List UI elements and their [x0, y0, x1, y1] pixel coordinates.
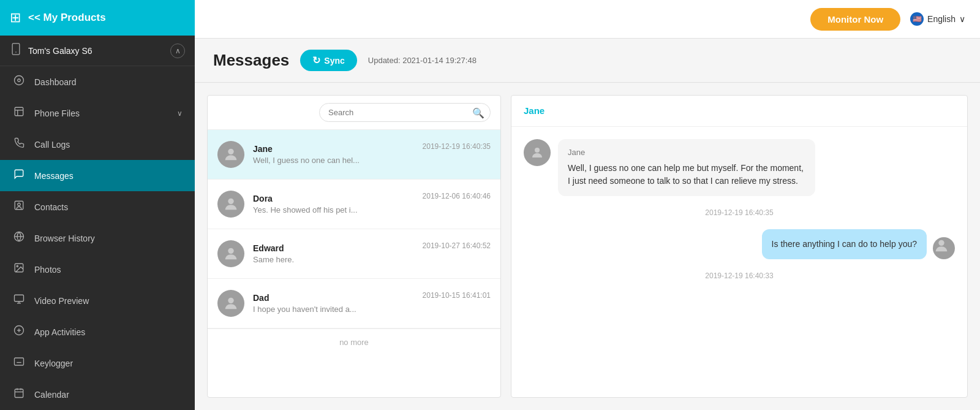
sidebar-item-app-activities[interactable]: App Activities [0, 316, 195, 347]
conv-name-jane: Jane [253, 144, 414, 154]
conv-name-edward: Edward [253, 243, 414, 253]
main-content: Monitor Now 🇺🇸 English ∨ Messages ↻ Sync… [195, 0, 980, 410]
conv-preview-dad: I hope you haven't invited a... [253, 305, 414, 314]
sidebar-item-calendar[interactable]: Calendar [0, 379, 195, 410]
svg-point-29 [228, 199, 233, 204]
chat-messages: Jane Well, I guess no one can help me bu… [511, 127, 967, 397]
no-more-label: no more [208, 328, 500, 355]
device-chevron-icon[interactable]: ∧ [170, 44, 185, 58]
sync-icon: ↻ [312, 55, 320, 66]
lang-chevron-icon: ∨ [959, 14, 965, 24]
conversation-list: 🔍 Jane Well, I guess no one can hel... 2… [207, 95, 501, 398]
messages-icon [12, 169, 26, 183]
avatar-edward [217, 240, 244, 267]
conv-preview-jane: Well, I guess no one can hel... [253, 156, 414, 165]
page-title: Messages [213, 51, 289, 70]
conv-time-dora: 2019-12-06 16:40:46 [423, 192, 491, 200]
sidebar-item-call-logs[interactable]: Call Logs [0, 129, 195, 160]
photos-icon [12, 262, 26, 276]
avatar-dora [217, 191, 244, 218]
sidebar-item-photos-label: Photos [34, 265, 61, 275]
grid-icon: ⊞ [10, 10, 21, 26]
conversation-item-edward[interactable]: Edward Same here. 2019-10-27 16:40:52 [208, 229, 500, 279]
svg-point-8 [18, 203, 21, 206]
message-incoming-1: Jane Well, I guess no one can help me bu… [524, 139, 955, 196]
contacts-icon [12, 200, 26, 214]
chat-panel: Jane Jane Well, I guess no one can help … [511, 95, 968, 398]
call-logs-icon [12, 137, 26, 151]
conv-name-dad: Dad [253, 293, 414, 303]
svg-rect-4 [15, 107, 23, 116]
phone-files-icon [12, 106, 26, 120]
sidebar-item-call-logs-label: Call Logs [34, 140, 70, 150]
sidebar-item-contacts-label: Contacts [34, 202, 68, 212]
sidebar-item-video-preview[interactable]: Video Preview [0, 285, 195, 316]
sidebar-item-calendar-label: Calendar [34, 390, 69, 400]
conv-preview-dora: Yes. He showed off his pet i... [253, 205, 414, 214]
conv-name-dora: Dora [253, 194, 414, 203]
avatar-self [933, 237, 955, 259]
svg-rect-19 [15, 358, 24, 365]
calendar-icon [12, 387, 26, 401]
sidebar-item-contacts[interactable]: Contacts [0, 191, 195, 222]
topbar: Monitor Now 🇺🇸 English ∨ [195, 0, 980, 39]
svg-point-12 [17, 265, 18, 267]
keylogger-icon [12, 356, 26, 370]
app-activities-icon [12, 325, 26, 339]
device-icon [10, 43, 22, 58]
sidebar-item-keylogger[interactable]: Keylogger [0, 347, 195, 379]
conversation-item-dad[interactable]: Dad I hope you haven't invited a... 2019… [208, 279, 500, 328]
svg-point-32 [535, 148, 540, 153]
sidebar-item-dashboard[interactable]: Dashboard [0, 66, 195, 97]
dashboard-icon [12, 75, 26, 89]
sidebar-item-messages[interactable]: Messages [0, 160, 195, 191]
page-header: Messages ↻ Sync Updated: 2021-01-14 19:2… [195, 39, 980, 83]
svg-point-33 [938, 240, 944, 246]
sidebar-item-photos[interactable]: Photos [0, 254, 195, 285]
nav-list: Dashboard Phone Files ∨ Call Logs Messag… [0, 66, 195, 410]
conv-time-edward: 2019-10-27 16:40:52 [423, 241, 491, 250]
flag-icon: 🇺🇸 [910, 12, 924, 26]
conv-preview-edward: Same here. [253, 255, 414, 264]
monitor-now-button[interactable]: Monitor Now [810, 8, 900, 31]
sync-button-label: Sync [324, 56, 344, 66]
svg-rect-0 [12, 44, 20, 55]
avatar-dad [217, 290, 244, 317]
phone-files-arrow-icon: ∨ [177, 109, 183, 118]
sidebar-item-browser-history-label: Browser History [34, 233, 95, 243]
sidebar-item-phone-files-label: Phone Files [34, 108, 80, 118]
avatar-jane [217, 141, 244, 168]
svg-rect-7 [15, 201, 23, 210]
avatar-jane-chat [524, 139, 551, 166]
svg-point-28 [228, 149, 233, 154]
svg-point-31 [228, 298, 233, 303]
device-row[interactable]: Tom's Galaxy S6 ∧ [0, 36, 195, 66]
search-icon[interactable]: 🔍 [472, 107, 484, 118]
conversation-item-dora[interactable]: Dora Yes. He showed off his pet i... 201… [208, 180, 500, 229]
sync-button[interactable]: ↻ Sync [300, 50, 356, 71]
search-input[interactable] [319, 103, 491, 122]
chat-contact-name: Jane [524, 105, 545, 116]
msg-text-outgoing-1: Is there anything I can do to help you? [772, 238, 917, 251]
conversation-item-jane[interactable]: Jane Well, I guess no one can hel... 201… [208, 130, 500, 180]
updated-timestamp: Updated: 2021-01-14 19:27:48 [368, 56, 477, 65]
sidebar-item-messages-label: Messages [34, 171, 74, 181]
sidebar-header-label: << My Products [28, 12, 106, 24]
msg-sender-jane: Jane [568, 148, 805, 157]
sidebar-header[interactable]: ⊞ << My Products [0, 0, 195, 36]
device-name: Tom's Galaxy S6 [28, 46, 92, 56]
search-bar: 🔍 [208, 96, 500, 130]
video-preview-icon [12, 294, 26, 308]
svg-rect-24 [15, 389, 23, 398]
msg-timestamp-2: 2019-12-19 16:40:33 [524, 271, 955, 280]
sidebar-item-phone-files[interactable]: Phone Files ∨ [0, 97, 195, 129]
sidebar-item-keylogger-label: Keylogger [34, 359, 73, 368]
language-selector[interactable]: 🇺🇸 English ∨ [910, 12, 965, 26]
chat-header: Jane [511, 96, 967, 127]
language-label: English [927, 14, 956, 24]
svg-point-3 [18, 79, 21, 82]
msg-text-incoming-1: Well, I guess no one can help me but mys… [568, 162, 805, 188]
sidebar: ⊞ << My Products Tom's Galaxy S6 ∧ Dashb… [0, 0, 195, 410]
browser-history-icon [12, 231, 26, 245]
sidebar-item-browser-history[interactable]: Browser History [0, 222, 195, 254]
